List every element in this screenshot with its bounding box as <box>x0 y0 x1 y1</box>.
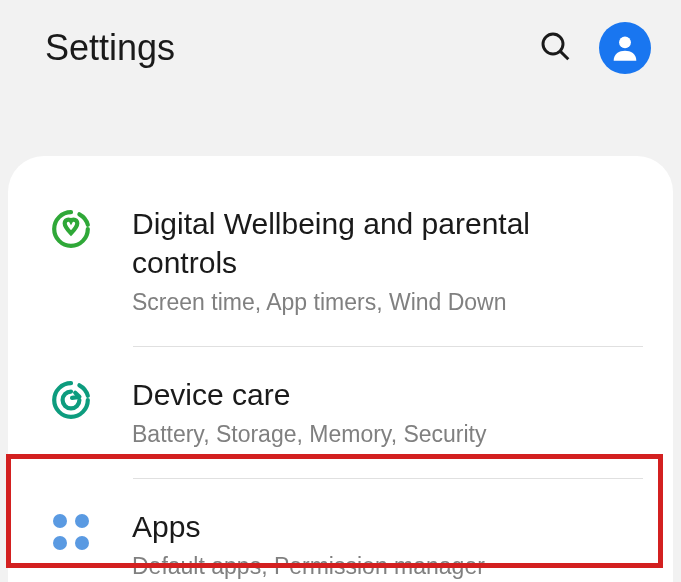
svg-point-0 <box>543 34 563 54</box>
account-avatar[interactable] <box>599 22 651 74</box>
svg-point-2 <box>619 36 631 48</box>
header-actions <box>539 22 651 74</box>
search-icon[interactable] <box>539 30 571 66</box>
item-subtitle: Screen time, App timers, Wind Down <box>132 288 643 318</box>
settings-card: Digital Wellbeing and parental controls … <box>8 156 673 582</box>
item-text: Digital Wellbeing and parental controls … <box>132 204 643 318</box>
item-text: Device care Battery, Storage, Memory, Se… <box>132 375 643 450</box>
device-care-icon <box>50 379 92 421</box>
item-subtitle: Battery, Storage, Memory, Security <box>132 420 643 450</box>
item-title: Device care <box>132 375 643 414</box>
settings-header: Settings <box>0 0 681 96</box>
wellbeing-icon <box>50 208 92 250</box>
item-text: Apps Default apps, Permission manager <box>132 507 643 582</box>
apps-icon <box>50 511 92 553</box>
item-title: Apps <box>132 507 643 546</box>
settings-item-device-care[interactable]: Device care Battery, Storage, Memory, Se… <box>8 347 673 478</box>
settings-item-apps[interactable]: Apps Default apps, Permission manager <box>8 479 673 582</box>
item-title: Digital Wellbeing and parental controls <box>132 204 643 282</box>
item-subtitle: Default apps, Permission manager <box>132 552 643 582</box>
settings-item-digital-wellbeing[interactable]: Digital Wellbeing and parental controls … <box>8 176 673 346</box>
page-title: Settings <box>45 27 175 69</box>
svg-line-1 <box>561 52 569 60</box>
